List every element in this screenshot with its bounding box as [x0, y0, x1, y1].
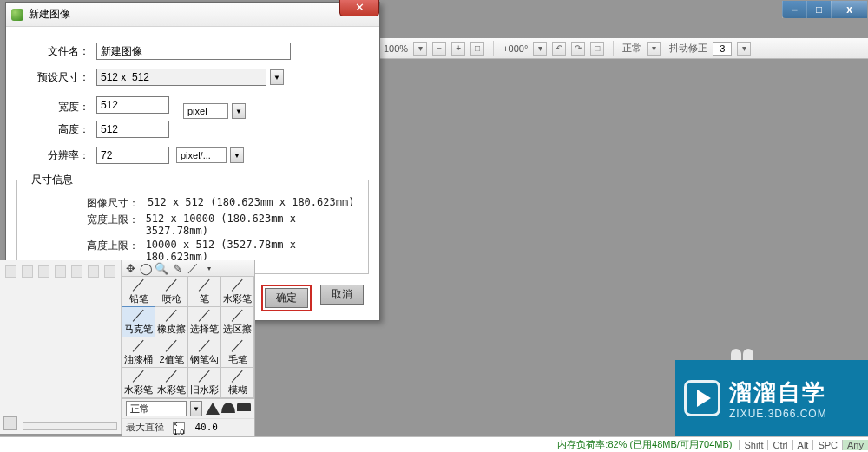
stabilizer-value-input[interactable]: [713, 42, 732, 56]
brush-label: 橡皮擦: [157, 323, 186, 336]
bg-close-button[interactable]: x: [831, 1, 867, 18]
zoom-fit-button[interactable]: □: [470, 42, 484, 56]
brush-icon: ／: [162, 337, 181, 353]
resolution-input[interactable]: [96, 147, 169, 164]
color-picker-icon[interactable]: ◯: [138, 260, 154, 276]
size-info-group: 尺寸信息 图像尺寸：512 x 512 (180.623mm x 180.623…: [16, 173, 369, 274]
top-toolbar: 100% ▾ − + □ +000° ▾ ↶ ↷ □ 正常 ▾ 抖动修正 ▾: [378, 38, 868, 59]
brush-label: 喷枪: [162, 292, 181, 305]
resolution-unit[interactable]: pixel/...: [176, 147, 227, 163]
mini-icon[interactable]: [71, 265, 82, 278]
shape-dome-icon[interactable]: [221, 403, 235, 413]
brush-label: 选区擦: [223, 323, 252, 336]
zoom-out-button[interactable]: −: [432, 42, 446, 56]
brush-icon: ／: [129, 277, 148, 292]
key-indicator: Any: [842, 440, 868, 450]
mini-icon[interactable]: [104, 265, 115, 278]
brush-icon: ／: [228, 368, 247, 383]
brush-item[interactable]: ／选区擦: [220, 306, 254, 337]
app-icon: [11, 9, 23, 21]
width-height-unit[interactable]: pixel: [183, 103, 228, 119]
brush-icon: ／: [162, 307, 181, 323]
brush-item[interactable]: ／喷枪: [155, 276, 188, 307]
brush-tool-icon[interactable]: ／: [185, 260, 201, 276]
bg-maximize-button[interactable]: □: [806, 1, 831, 18]
max-diameter-label: 最大直径: [126, 421, 169, 434]
size-info-legend: 尺寸信息: [28, 173, 76, 187]
wh-unit-dropdown-icon[interactable]: ▼: [232, 103, 246, 119]
mini-icon[interactable]: [22, 265, 33, 278]
zoom-tool-icon[interactable]: 🔍: [154, 260, 169, 276]
modifier-key-indicators: ShiftCtrlAltSPCAny: [739, 440, 868, 450]
max-diameter-mult[interactable]: x 1.0: [173, 422, 185, 434]
brush-item[interactable]: ／水彩笔: [220, 276, 254, 307]
brush-item[interactable]: ／笔: [187, 276, 221, 307]
mini-icon[interactable]: [5, 265, 16, 278]
filename-input[interactable]: [96, 43, 291, 60]
brush-item[interactable]: ／水彩笔: [122, 367, 155, 398]
mini-icon[interactable]: [38, 265, 49, 278]
brush-shape-icons: [206, 403, 251, 415]
brush-item[interactable]: ／钢笔勾: [187, 337, 221, 368]
shape-triangle-icon[interactable]: [206, 403, 220, 415]
blend-mode-dropdown-icon[interactable]: ▾: [647, 42, 661, 56]
brush-item[interactable]: ／油漆桶: [122, 337, 155, 368]
brush-item[interactable]: ／2值笔: [155, 337, 188, 368]
brush-item[interactable]: ／马克笔: [122, 306, 155, 337]
brush-item[interactable]: ／橡皮擦: [155, 306, 188, 337]
dialog-close-button[interactable]: ✕: [339, 0, 379, 16]
res-unit-dropdown-icon[interactable]: ▼: [230, 147, 244, 163]
cancel-button[interactable]: 取消: [320, 285, 364, 305]
brush-icon: ／: [162, 277, 181, 292]
zoom-in-button[interactable]: +: [451, 42, 465, 56]
mini-icon[interactable]: [55, 265, 66, 278]
hand-tool-icon[interactable]: ✎: [169, 260, 185, 276]
brush-icon: ／: [228, 277, 247, 292]
horizontal-scrollbar[interactable]: [23, 422, 117, 430]
rotate-reset-button[interactable]: □: [590, 42, 604, 56]
height-limit-value: 10000 x 512 (3527.78mm x 180.623mm): [146, 239, 358, 263]
brush-item[interactable]: ／旧水彩: [187, 367, 221, 398]
brush-label: 水彩笔: [157, 383, 186, 396]
stabilizer-label: 抖动修正: [669, 42, 707, 55]
height-limit-label: 高度上限：: [87, 239, 146, 263]
brush-label: 2值笔: [159, 353, 183, 366]
angle-dropdown-icon[interactable]: ▾: [533, 42, 547, 56]
blend-mode-dropdown-icon[interactable]: ▼: [190, 401, 202, 416]
rotate-cw-button[interactable]: ↷: [571, 42, 585, 56]
zoom-dropdown-icon[interactable]: ▾: [413, 42, 427, 56]
status-bar: 内存负荷率:82% (已用48MB/可用704MB) ShiftCtrlAltS…: [0, 436, 868, 452]
brush-label: 笔: [200, 292, 209, 305]
ok-button[interactable]: 确定: [265, 288, 308, 308]
corner-button[interactable]: [3, 416, 17, 430]
key-indicator: Shift: [739, 440, 767, 450]
move-tool-icon[interactable]: ✥: [122, 260, 138, 276]
brush-label: 水彩笔: [223, 292, 252, 305]
bg-window-controls: – □ x: [782, 1, 867, 18]
stabilizer-dropdown-icon[interactable]: ▾: [737, 42, 751, 56]
mini-icon[interactable]: [88, 265, 99, 278]
height-input[interactable]: [96, 121, 169, 138]
brush-item[interactable]: ／模糊: [220, 367, 254, 398]
brush-item[interactable]: ／水彩笔: [155, 367, 188, 398]
width-label: 宽度：: [16, 100, 96, 115]
brush-label: 油漆桶: [124, 353, 153, 366]
width-limit-label: 宽度上限：: [87, 213, 146, 237]
left-panel-bottom: [0, 260, 122, 434]
brush-label: 水彩笔: [124, 383, 153, 396]
brush-item[interactable]: ／选择笔: [187, 306, 221, 337]
brush-item[interactable]: ／毛笔: [220, 337, 254, 368]
preset-input[interactable]: [96, 69, 266, 86]
blend-mode-select[interactable]: 正常: [126, 401, 187, 416]
preset-dropdown-icon[interactable]: ▼: [270, 69, 284, 85]
shape-flat-icon[interactable]: [237, 403, 251, 411]
brush-label: 旧水彩: [190, 383, 219, 396]
key-indicator: Ctrl: [767, 440, 792, 450]
brush-item[interactable]: ／铅笔: [122, 276, 155, 307]
bg-minimize-button[interactable]: –: [782, 1, 806, 18]
width-input[interactable]: [96, 96, 169, 114]
rotate-ccw-button[interactable]: ↶: [552, 42, 566, 56]
brush-label: 铅笔: [129, 292, 148, 305]
dialog-titlebar[interactable]: 新建图像 ✕: [6, 3, 379, 27]
palette-dropdown-icon[interactable]: ▾: [201, 260, 216, 276]
